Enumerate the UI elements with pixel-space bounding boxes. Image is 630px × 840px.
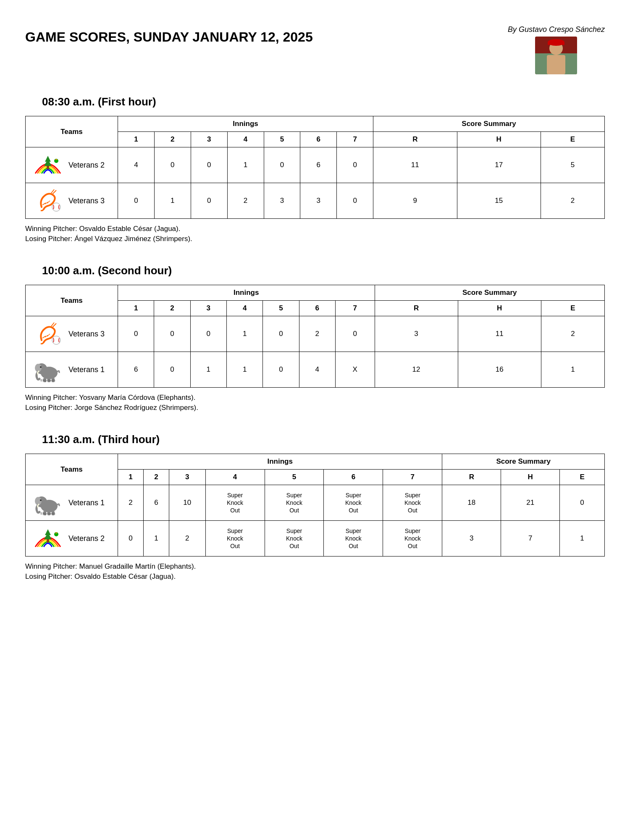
svg-point-34 xyxy=(40,499,42,501)
inning-cell-7: SuperKnockOut xyxy=(383,485,442,521)
score-cell-3: 2 xyxy=(541,316,604,352)
inning-cell-5: 3 xyxy=(264,183,300,219)
inning-cell-7: SuperKnockOut xyxy=(383,521,442,556)
score-cell-3: 2 xyxy=(541,183,604,219)
score-col-2: H xyxy=(501,470,560,485)
svg-text:Elephants: Elephants xyxy=(40,512,55,515)
inning-cell-1: 0 xyxy=(118,183,155,219)
score-col-1: R xyxy=(373,132,457,147)
game-time-1: 08:30 a.m. (First hour) xyxy=(42,95,605,108)
svg-rect-3 xyxy=(547,55,565,74)
inning-cell-2: 0 xyxy=(154,147,191,183)
inning-cell-7: 0 xyxy=(337,183,373,219)
score-col-3: E xyxy=(541,301,604,316)
team-name-label: Veterans 1 xyxy=(68,365,105,374)
inning-col-6: 6 xyxy=(299,301,335,316)
inning-cell-5: 0 xyxy=(264,147,300,183)
team-logo-jagua xyxy=(33,526,63,551)
inning-cell-5: 0 xyxy=(263,352,299,388)
score-cell-2: 16 xyxy=(458,352,541,388)
score-cell-1: 11 xyxy=(373,147,457,183)
losing-pitcher: Losing Pitcher: Jorge Sánchez Rodríguez … xyxy=(25,404,605,412)
inning-cell-3: 0 xyxy=(190,316,226,352)
inning-cell-2: 6 xyxy=(143,485,169,521)
team-cell-1: Elephants Veterans 1 xyxy=(26,485,118,521)
innings-col-header: Innings xyxy=(118,454,442,470)
score-cell-2: 17 xyxy=(457,147,541,183)
team-logo-jagua xyxy=(33,152,63,178)
teams-col-header: Teams xyxy=(26,116,118,147)
team-logo-elephants: Elephants xyxy=(33,357,63,382)
inning-col-4: 4 xyxy=(205,470,265,485)
team-cell-2: Veterans 3 xyxy=(26,183,118,219)
inning-cell-4: 1 xyxy=(226,352,262,388)
losing-pitcher: Losing Pitcher: Ángel Vázquez Jiménez (S… xyxy=(25,235,605,243)
score-cell-1: 18 xyxy=(442,485,501,521)
teams-col-header: Teams xyxy=(26,454,118,485)
inning-col-4: 4 xyxy=(226,301,262,316)
inning-col-3: 3 xyxy=(191,132,227,147)
table-row: Veterans 300010203112 xyxy=(26,316,605,352)
winning-pitcher: Winning Pitcher: Manuel Gradaille Martín… xyxy=(25,562,605,571)
inning-cell-3: 0 xyxy=(191,183,227,219)
svg-marker-7 xyxy=(44,159,52,166)
svg-rect-41 xyxy=(47,539,49,543)
inning-cell-6: 3 xyxy=(300,183,337,219)
score-summary-col-header: Score Summary xyxy=(442,454,605,470)
inning-col-1: 1 xyxy=(118,301,154,316)
inning-col-5: 5 xyxy=(263,301,299,316)
score-cell-3: 1 xyxy=(541,352,604,388)
games-container: 08:30 a.m. (First hour)TeamsInningsScore… xyxy=(25,95,605,581)
team-cell-2: Veterans 2 xyxy=(26,521,118,556)
score-cell-3: 1 xyxy=(560,521,605,556)
score-summary-col-header: Score Summary xyxy=(373,116,605,132)
team-cell-1: Veterans 2 xyxy=(26,147,118,183)
inning-col-7: 7 xyxy=(383,470,442,485)
inning-cell-6: SuperKnockOut xyxy=(324,485,383,521)
inning-col-3: 3 xyxy=(190,301,226,316)
inning-cell-3: 1 xyxy=(190,352,226,388)
score-cell-3: 0 xyxy=(560,485,605,521)
svg-marker-40 xyxy=(44,533,52,539)
team-name-label: Veterans 3 xyxy=(68,330,105,339)
inning-cell-2: 0 xyxy=(154,316,190,352)
winning-pitcher: Winning Pitcher: Osvaldo Estable César (… xyxy=(25,225,605,233)
inning-col-7: 7 xyxy=(335,301,375,316)
table-row: Elephants Veterans 1601104X12161 xyxy=(26,352,605,388)
table-row: Veterans 2400106011175 xyxy=(26,147,605,183)
score-cell-1: 3 xyxy=(375,316,458,352)
inning-col-7: 7 xyxy=(337,132,373,147)
winning-pitcher: Winning Pitcher: Yosvany María Córdova (… xyxy=(25,394,605,402)
score-cell-1: 12 xyxy=(375,352,458,388)
inning-cell-3: 2 xyxy=(169,521,205,556)
page-header: GAME SCORES, SUNDAY JANUARY 12, 2025 By … xyxy=(25,25,605,74)
inning-col-2: 2 xyxy=(143,470,169,485)
game-section-3: 11:30 a.m. (Third hour)TeamsInningsScore… xyxy=(25,433,605,581)
inning-cell-7: 0 xyxy=(337,147,373,183)
team-logo-shrimpers xyxy=(33,188,63,213)
inning-col-5: 5 xyxy=(264,132,300,147)
score-cell-2: 7 xyxy=(501,521,560,556)
inning-cell-4: SuperKnockOut xyxy=(205,521,265,556)
team-cell-2: Elephants Veterans 1 xyxy=(26,352,118,388)
score-col-2: H xyxy=(458,301,541,316)
inning-cell-7: 0 xyxy=(335,316,375,352)
innings-col-header: Innings xyxy=(118,116,373,132)
game-table-3: TeamsInningsScore Summary1234567RHE Elep… xyxy=(25,454,605,556)
inning-cell-4: 1 xyxy=(226,316,262,352)
inning-cell-5: SuperKnockOut xyxy=(265,485,324,521)
inning-cell-5: 0 xyxy=(263,316,299,352)
inning-cell-5: SuperKnockOut xyxy=(265,521,324,556)
score-col-3: E xyxy=(541,132,604,147)
inning-col-6: 6 xyxy=(324,470,383,485)
svg-point-22 xyxy=(52,336,60,344)
score-col-1: R xyxy=(442,470,501,485)
inning-cell-4: SuperKnockOut xyxy=(205,485,265,521)
inning-col-1: 1 xyxy=(118,470,144,485)
inning-cell-1: 6 xyxy=(118,352,154,388)
teams-col-header: Teams xyxy=(26,285,118,316)
inning-col-4: 4 xyxy=(227,132,264,147)
innings-col-header: Innings xyxy=(118,285,375,301)
score-cell-1: 9 xyxy=(373,183,457,219)
score-col-2: H xyxy=(457,132,541,147)
